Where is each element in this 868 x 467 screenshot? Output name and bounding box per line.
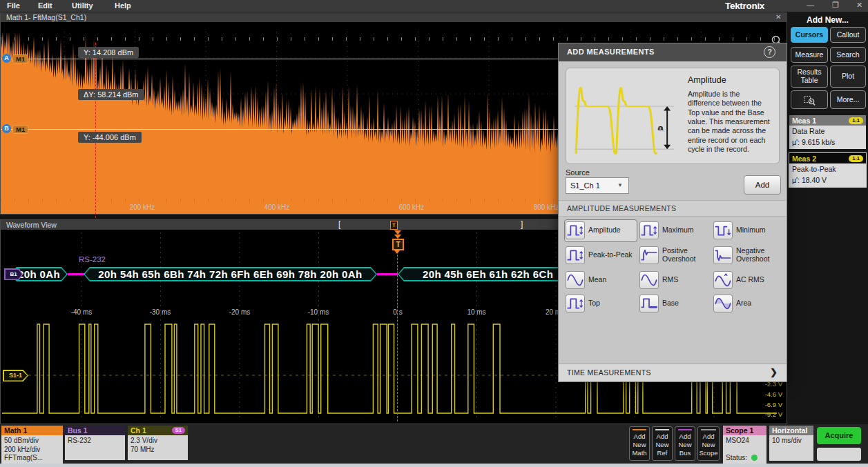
scope-status: Status: [726, 454, 758, 463]
cursor-b-handle[interactable]: B [2, 124, 11, 133]
bus-b1-badge[interactable]: B1 [4, 268, 23, 280]
sidebar-cursors-button[interactable]: Cursors [791, 27, 828, 43]
zoom-bracket-left[interactable]: [ [338, 219, 340, 229]
restore-button[interactable]: ❐ [832, 1, 839, 10]
measure-peak-to-peak[interactable]: Peak-to-Peak [566, 244, 636, 266]
measure-mean[interactable]: Mean [566, 270, 636, 290]
negative-overshoot-icon[interactable] [713, 246, 733, 264]
digital-channel-flag[interactable]: S1-1 [3, 370, 28, 381]
add-new-scope-button[interactable]: Add New Scope [697, 426, 720, 461]
add-new-bus-button[interactable]: Add New Bus [675, 426, 695, 461]
ch1-badge[interactable]: Ch 1 S1 2.3 V/div 70 MHz [128, 426, 188, 460]
measure-area[interactable]: Area [713, 294, 784, 313]
measure-negative-overshoot[interactable]: Negative Overshoot [713, 244, 784, 266]
top-icon[interactable] [566, 295, 585, 312]
add-button[interactable]: Add [744, 175, 781, 195]
measure-label: Negative Overshoot [736, 247, 783, 264]
menu-help[interactable]: Help [115, 1, 131, 10]
close-button[interactable]: ✕ [856, 1, 862, 10]
measure-amplitude[interactable]: Amplitude [566, 221, 636, 240]
meas1-header: Meas 1 1-1 [789, 115, 866, 126]
time-label: 0 s [393, 308, 402, 316]
bus1-header: Bus 1 [65, 426, 125, 435]
math-panel-close-icon[interactable]: ✕ [775, 12, 781, 22]
measure-top[interactable]: Top [566, 294, 636, 313]
ac-rms-icon[interactable] [713, 271, 733, 289]
bus1-badge[interactable]: Bus 1 RS-232 [65, 426, 125, 460]
acquire-secondary-slot[interactable] [817, 448, 861, 461]
maximum-icon[interactable] [639, 221, 659, 239]
acquire-button[interactable]: Acquire [817, 427, 861, 444]
trigger-flag[interactable]: T [392, 239, 404, 250]
volt-label: -4.6 V [758, 390, 782, 398]
menu-bar: File Edit Utility Help Tektronix — ❐ ✕ [0, 0, 868, 12]
menu-edit[interactable]: Edit [38, 1, 52, 10]
measure-maximum[interactable]: Maximum [639, 221, 710, 240]
horizontal-badge[interactable]: Horizontal 10 ms/div [769, 426, 813, 461]
meas2-source-pill: 1-1 [849, 155, 863, 162]
source-value: S1_Ch 1 [570, 181, 600, 190]
sidebar-plot-button[interactable]: Plot [830, 66, 866, 88]
source-dropdown[interactable]: S1_Ch 1 ▼ [566, 177, 629, 194]
minimum-icon[interactable] [713, 221, 733, 239]
time-label: -20 ms [229, 308, 251, 316]
time-label: 10 ms [467, 308, 485, 316]
math-panel-title: Math 1- FftMag(S1_Ch1) [6, 13, 86, 21]
peak-to-peak-icon[interactable] [566, 246, 585, 264]
math1-badge[interactable]: Math 1 50 dBm/div 200 kHz/div FFTmag(S..… [1, 426, 63, 464]
zoom-bracket-right[interactable]: ] [521, 219, 523, 229]
time-label: -30 ms [150, 308, 171, 316]
measure-label: RMS [662, 276, 678, 284]
measure-rms[interactable]: RMS [639, 270, 710, 290]
sidebar-more-button[interactable]: More... [830, 90, 866, 109]
area-icon[interactable] [713, 295, 733, 312]
menu-utility[interactable]: Utility [72, 1, 93, 10]
sidebar-zoom-overlay-button[interactable] [791, 90, 828, 109]
measure-positive-overshoot[interactable]: Positive Overshoot [639, 244, 710, 266]
add-new-math-button[interactable]: Add New Math [629, 426, 650, 461]
measurement-description-card: a Amplitude Amplitude is the difference … [566, 68, 780, 164]
time-section-label: TIME MEASUREMENTS [567, 368, 651, 377]
cursor-delta-readout: ΔY: 58.214 dBm [78, 89, 144, 100]
time-measurements-expander[interactable]: TIME MEASUREMENTS ❯ [559, 364, 787, 381]
meas2-badge[interactable]: Meas 2 1-1 Peak-to-Peak µ': 18.40 V [789, 153, 866, 187]
bus1-body: RS-232 [65, 435, 125, 460]
meas1-badge[interactable]: Meas 1 1-1 Data Rate µ': 9.615 kb/s [789, 115, 866, 149]
cursor-b-readout: Y: -44.006 dBm [78, 132, 142, 143]
waveform-view-title: Waveform View [6, 221, 57, 229]
help-icon[interactable]: ? [764, 46, 775, 58]
bottom-settings-bar: Math 1 50 dBm/div 200 kHz/div FFTmag(S..… [0, 424, 868, 464]
math-panel-titlebar: Math 1- FftMag(S1_Ch1) ✕ [1, 12, 792, 22]
cursor-vertical-line[interactable] [95, 43, 96, 218]
minimize-button[interactable]: — [807, 1, 814, 9]
cursor-a-handle[interactable]: A [2, 54, 11, 63]
tektronix-logo: Tektronix [725, 1, 764, 11]
bus-idle-line [68, 273, 84, 275]
meas1-source-pill: 1-1 [849, 117, 863, 124]
rms-icon[interactable] [639, 271, 659, 289]
dialog-titlebar[interactable]: ADD MEASUREMENTS ? [559, 43, 787, 61]
amplitude-section-header: AMPLITUDE MEASUREMENTS [559, 200, 787, 217]
amplitude-icon[interactable] [566, 221, 585, 239]
volt-label: -9.2 V [758, 410, 782, 418]
base-icon[interactable] [639, 295, 659, 312]
sidebar-callout-button[interactable]: Callout [830, 27, 866, 43]
sidebar-measure-button[interactable]: Measure [791, 47, 828, 63]
minimap-trigger-marker[interactable]: T [390, 221, 398, 230]
meas2-header: Meas 2 1-1 [789, 153, 866, 163]
scope1-body: MSO24 Status: [723, 435, 766, 464]
positive-overshoot-icon[interactable] [639, 246, 659, 264]
add-new-ref-button[interactable]: Add New Ref [652, 426, 673, 461]
measure-base[interactable]: Base [639, 294, 710, 313]
measure-ac-rms[interactable]: AC RMS [713, 270, 784, 290]
bus-label: RS-232 [79, 255, 106, 264]
menu-file[interactable]: File [7, 1, 20, 10]
sidebar-search-button[interactable]: Search [830, 47, 866, 63]
sidebar-results-table-button[interactable]: Results Table [791, 66, 828, 88]
scope1-badge[interactable]: Scope 1 MSO24 Status: [723, 426, 766, 464]
measure-minimum[interactable]: Minimum [713, 221, 784, 240]
mean-icon[interactable] [566, 271, 585, 289]
bus-packet-text: 20h 54h 65h 6Bh 74h 72h 6Fh 6Eh 69h 78h … [84, 267, 377, 281]
volt-label: -6.9 V [758, 401, 782, 408]
freq-label-800k: 800 kHz [534, 203, 559, 211]
